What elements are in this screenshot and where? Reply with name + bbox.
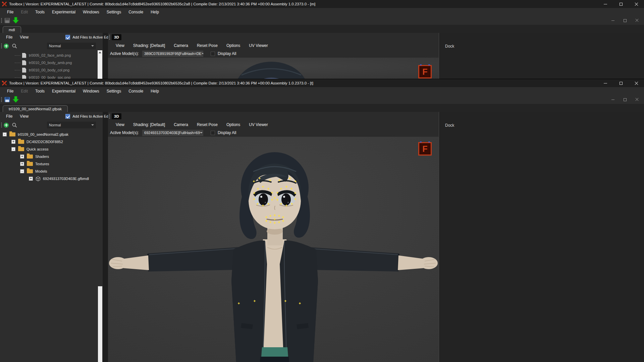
tree-node-hashdir[interactable]: + DC492D2CBD0F8852 (0, 138, 103, 145)
menu-file[interactable]: File (3, 87, 17, 95)
tree-node-models[interactable]: - Models (0, 168, 103, 175)
vp-menu-shading[interactable]: Shading: [Default] (129, 43, 169, 48)
vp-menu-reset-pose[interactable]: Reset Pose (193, 122, 222, 127)
viewport-tab-3d[interactable]: 3D (112, 113, 121, 119)
maximize-button[interactable] (613, 0, 629, 8)
vp-menu-view[interactable]: View (111, 43, 129, 48)
panel-splitter[interactable] (103, 33, 108, 79)
vp-menu-uv-viewer[interactable]: UV Viewer (245, 43, 272, 48)
tree-node-textures[interactable]: + Textures (0, 160, 103, 168)
active-model-dropdown[interactable]: 3B9C07E891992F95[FullHash=DE (142, 51, 203, 57)
child-close-button[interactable] (633, 97, 641, 103)
viewport-grip[interactable] (109, 35, 110, 40)
file-list-item[interactable]: tr0010_00_body_spc.png (0, 74, 103, 79)
tree-node-shaders[interactable]: + Shaders (0, 153, 103, 160)
panel-menu-view[interactable]: View (17, 114, 33, 119)
menu-file[interactable]: File (3, 8, 17, 16)
tree-node-quick-access[interactable]: - Quick access (0, 145, 103, 153)
add-file-icon[interactable] (4, 44, 9, 49)
add-files-checkbox-row[interactable]: Add Files to Active Editor (65, 35, 113, 40)
maximize-button[interactable] (613, 79, 629, 87)
file-list-scrollbar[interactable] (98, 50, 102, 79)
viewport-tab-3d[interactable]: 3D (112, 34, 121, 40)
display-all-checkbox[interactable] (211, 131, 215, 135)
panel-splitter[interactable] (103, 112, 108, 362)
menu-help[interactable]: Help (147, 87, 163, 95)
child-minimize-button[interactable] (609, 17, 616, 23)
collapse-icon[interactable]: - (3, 132, 7, 136)
vp-menu-reset-pose[interactable]: Reset Pose (193, 43, 222, 48)
add-files-checkbox[interactable] (65, 114, 70, 119)
collapse-icon[interactable]: - (11, 147, 15, 151)
search-icon[interactable] (12, 122, 17, 128)
archive-tree: - tr0109_00_seedNormal2.gfpak + DC492D2C… (0, 129, 103, 182)
menu-settings[interactable]: Settings (103, 87, 125, 95)
close-button[interactable] (629, 79, 644, 87)
expand-icon[interactable]: + (11, 140, 15, 144)
menu-console[interactable]: Console (125, 8, 147, 16)
menu-experimental[interactable]: Experimental (48, 87, 79, 95)
viewport-grip[interactable] (109, 114, 110, 119)
toolbar-grip[interactable] (1, 97, 2, 102)
vp-menu-uv-viewer[interactable]: UV Viewer (245, 122, 272, 127)
panel-grip[interactable] (1, 43, 2, 49)
save-button[interactable] (4, 96, 10, 103)
import-button[interactable] (12, 96, 19, 103)
menu-tools[interactable]: Tools (32, 87, 48, 95)
display-all-checkbox[interactable] (211, 52, 215, 56)
vp-menu-view[interactable]: View (111, 122, 129, 127)
menu-settings[interactable]: Settings (103, 8, 125, 16)
file-list-item[interactable]: tr0010_00_body_amb.png (0, 59, 103, 66)
expand-icon[interactable]: + (29, 177, 33, 181)
panel-grip[interactable] (1, 122, 2, 128)
filter-dropdown[interactable]: Normal (47, 122, 96, 128)
child-maximize-button[interactable] (621, 17, 629, 23)
minimize-button[interactable] (598, 79, 613, 87)
viewport-canvas[interactable]: F (108, 137, 439, 362)
panel-menu-file[interactable]: File (0, 114, 17, 119)
menu-edit[interactable]: Edit (17, 8, 32, 16)
collapse-icon[interactable]: - (20, 169, 24, 173)
vp-menu-options[interactable]: Options (222, 43, 245, 48)
search-icon[interactable] (12, 43, 17, 49)
vp-menu-camera[interactable]: Camera (169, 43, 193, 48)
menu-console[interactable]: Console (125, 87, 147, 95)
tree-node-root[interactable]: - tr0109_00_seedNormal2.gfpak (0, 131, 103, 138)
menu-tools[interactable]: Tools (32, 8, 48, 16)
toolbar-grip[interactable] (1, 18, 2, 23)
close-button[interactable] (629, 0, 644, 8)
viewport-canvas[interactable]: F (108, 58, 439, 79)
import-button[interactable] (12, 17, 19, 24)
tree-scrollbar[interactable] (98, 286, 102, 362)
child-maximize-button[interactable] (621, 97, 629, 103)
file-list-item[interactable]: tr0010_00_body_col.png (0, 66, 103, 74)
menu-windows[interactable]: Windows (79, 87, 103, 95)
vp-menu-camera[interactable]: Camera (169, 122, 193, 127)
document-tab[interactable]: tr0109_00_seedNormal2.gfpak (3, 105, 68, 112)
minimize-button[interactable] (598, 0, 613, 8)
menu-windows[interactable]: Windows (79, 8, 103, 16)
child-close-button[interactable] (633, 17, 641, 23)
menu-edit[interactable]: Edit (17, 87, 32, 95)
vp-menu-shading[interactable]: Shading: [Default] (129, 122, 169, 127)
titlebar[interactable]: Toolbox | Version: EXPERIMENTAL_LATEST |… (0, 0, 644, 8)
file-list-item[interactable]: tr0005_02_face_amb.png (0, 52, 103, 59)
menu-experimental[interactable]: Experimental (48, 8, 79, 16)
folder-icon (18, 147, 24, 151)
tree-node-model-file[interactable]: + 69249313703D403E.gfbmdl (0, 175, 103, 182)
filter-dropdown[interactable]: Normal (47, 43, 96, 49)
panel-menu-view[interactable]: View (17, 35, 33, 40)
menu-help[interactable]: Help (147, 8, 163, 16)
add-files-checkbox[interactable] (65, 35, 70, 40)
add-file-icon[interactable] (4, 123, 9, 128)
document-tab[interactable]: mdl (3, 26, 21, 33)
save-button-disabled[interactable] (4, 17, 10, 24)
panel-menu-file[interactable]: File (0, 35, 17, 40)
expand-icon[interactable]: + (20, 162, 24, 166)
child-minimize-button[interactable] (609, 97, 616, 103)
add-files-checkbox-row[interactable]: Add Files to Active Editor (65, 114, 113, 119)
active-model-dropdown[interactable]: 69249313703D403E[FullHash=69 (142, 130, 203, 136)
titlebar[interactable]: Toolbox | Version: EXPERIMENTAL_LATEST |… (0, 79, 644, 87)
vp-menu-options[interactable]: Options (222, 122, 245, 127)
expand-icon[interactable]: + (20, 155, 24, 159)
